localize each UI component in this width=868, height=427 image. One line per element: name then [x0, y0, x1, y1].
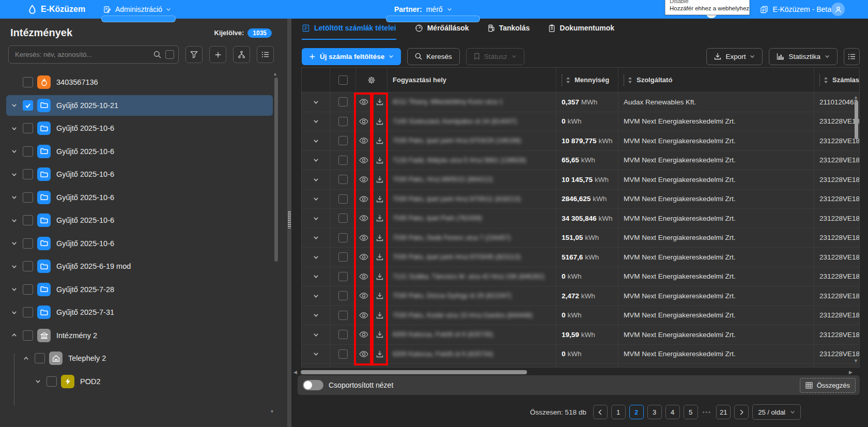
row-expander[interactable]: [302, 267, 330, 286]
tree-item[interactable]: Gyűjtő 2025-6-19 mod: [6, 256, 273, 277]
row-checkbox[interactable]: [338, 97, 348, 106]
summary-button[interactable]: Összegzés: [800, 378, 856, 393]
chevron-down-icon[interactable]: [11, 240, 23, 246]
row-checkbox[interactable]: [338, 330, 348, 339]
download-invoice-icon[interactable]: [371, 151, 387, 170]
download-invoice-icon[interactable]: [371, 364, 387, 368]
row-expander[interactable]: [302, 151, 330, 170]
column-resize-handle[interactable]: [819, 74, 820, 86]
tree-item[interactable]: Gyűjtő 2025-7-31: [6, 302, 273, 323]
row-checkbox[interactable]: [338, 272, 348, 281]
table-scroll-up-icon[interactable]: ▲: [854, 95, 858, 100]
tree-item[interactable]: Telephely 2: [6, 348, 273, 369]
view-details-icon[interactable]: [355, 228, 371, 248]
row-checkbox[interactable]: [338, 291, 348, 300]
row-checkbox[interactable]: [338, 349, 348, 359]
page-button-3[interactable]: 3: [647, 405, 662, 419]
download-invoice-icon[interactable]: [371, 248, 387, 267]
export-button[interactable]: Export: [706, 48, 763, 65]
row-checkbox[interactable]: [338, 194, 348, 204]
chevron-down-icon[interactable]: [11, 172, 23, 177]
pagination-ellipsis[interactable]: •••: [702, 409, 713, 415]
view-details-icon[interactable]: [355, 306, 371, 325]
hierarchy-button[interactable]: [233, 46, 250, 63]
row-expander[interactable]: [302, 306, 330, 325]
chevron-down-icon[interactable]: [11, 102, 23, 108]
download-invoice-icon[interactable]: [371, 267, 387, 286]
view-details-icon[interactable]: [355, 248, 371, 267]
menu-administration[interactable]: Adminisztráció: [103, 0, 171, 19]
row-expander[interactable]: [302, 112, 330, 131]
tree-item[interactable]: POD2: [6, 371, 273, 392]
header-actions-column[interactable]: [355, 68, 387, 92]
header-provider[interactable]: Szolgáltató: [618, 68, 814, 92]
row-expander[interactable]: [302, 93, 330, 112]
tree-item[interactable]: Gyűjtő 2025-10-6: [6, 118, 273, 139]
list-view-button[interactable]: [257, 46, 274, 63]
row-checkbox[interactable]: [338, 233, 348, 242]
view-details-icon[interactable]: [355, 286, 371, 306]
scroll-down-icon[interactable]: ▾: [271, 408, 273, 414]
tree-checkbox[interactable]: [23, 238, 33, 249]
tree-checkbox[interactable]: [23, 169, 33, 179]
chevron-down-icon[interactable]: [11, 218, 23, 223]
sidebar-scrollbar[interactable]: [274, 78, 278, 262]
view-details-icon[interactable]: [355, 151, 371, 170]
view-details-icon[interactable]: [355, 267, 371, 286]
row-expander[interactable]: [302, 170, 330, 189]
table-scroll-down-icon[interactable]: ▼: [854, 358, 858, 363]
view-details-icon[interactable]: [355, 93, 371, 112]
view-details-icon[interactable]: [355, 345, 371, 364]
chevron-down-icon[interactable]: [11, 126, 23, 131]
scroll-right-icon[interactable]: ▶: [849, 370, 853, 375]
grouped-view-toggle[interactable]: [303, 380, 323, 390]
tree-checkbox[interactable]: [23, 261, 33, 271]
search-option-checkbox[interactable]: [165, 50, 174, 59]
panel-splitter[interactable]: [287, 19, 291, 427]
row-expander[interactable]: [302, 364, 330, 368]
tree-item[interactable]: Gyűjtő 2025-10-6: [6, 141, 273, 162]
app-badge[interactable]: E-Közüzem - Beta: [760, 0, 831, 19]
tree-checkbox[interactable]: [23, 192, 33, 203]
download-invoice-icon[interactable]: [371, 345, 387, 364]
scroll-left-icon[interactable]: ◀: [293, 370, 297, 375]
chevron-down-icon[interactable]: [11, 310, 23, 315]
view-details-icon[interactable]: [355, 190, 371, 209]
row-expander[interactable]: [302, 131, 330, 150]
page-button-4[interactable]: 4: [665, 405, 680, 419]
chevron-up-icon[interactable]: [23, 356, 35, 361]
download-invoice-icon[interactable]: [371, 112, 387, 131]
download-invoice-icon[interactable]: [371, 306, 387, 325]
download-invoice-icon[interactable]: [371, 170, 387, 189]
add-button[interactable]: [209, 46, 226, 63]
view-details-icon[interactable]: [355, 209, 371, 228]
search-button[interactable]: Keresés: [407, 48, 460, 65]
download-invoice-icon[interactable]: [371, 209, 387, 228]
chevron-up-icon[interactable]: [11, 332, 23, 338]
page-size-select[interactable]: 25 / oldal: [752, 404, 801, 420]
page-button-2[interactable]: 2: [629, 405, 644, 419]
column-resize-handle[interactable]: [562, 74, 562, 86]
row-checkbox[interactable]: [338, 136, 348, 145]
prev-page-button[interactable]: [593, 405, 608, 419]
view-details-icon[interactable]: [355, 325, 371, 344]
tree-search-field[interactable]: [8, 45, 179, 64]
tree-checkbox[interactable]: [23, 146, 33, 157]
tab-refueling[interactable]: Tankolás: [488, 24, 530, 39]
tree-item[interactable]: Gyűjtő 2025-10-6: [6, 210, 273, 231]
download-invoice-icon[interactable]: [371, 190, 387, 209]
chevron-down-icon[interactable]: [11, 286, 23, 292]
tree-item[interactable]: Intézmény 2: [6, 325, 273, 346]
tree-checkbox[interactable]: [23, 77, 33, 87]
download-invoice-icon[interactable]: [371, 228, 387, 248]
view-details-icon[interactable]: [355, 364, 371, 368]
chevron-down-icon[interactable]: [35, 378, 47, 384]
tree-item[interactable]: 3403567136: [6, 72, 273, 93]
user-avatar[interactable]: [831, 3, 845, 16]
download-invoice-icon[interactable]: [371, 325, 387, 344]
row-expander[interactable]: [302, 209, 330, 228]
chevron-down-icon[interactable]: [11, 264, 23, 269]
header-invoice-number[interactable]: Számlasorszám: [814, 68, 859, 92]
tree-checkbox[interactable]: [23, 215, 33, 225]
next-page-button[interactable]: [734, 405, 749, 419]
